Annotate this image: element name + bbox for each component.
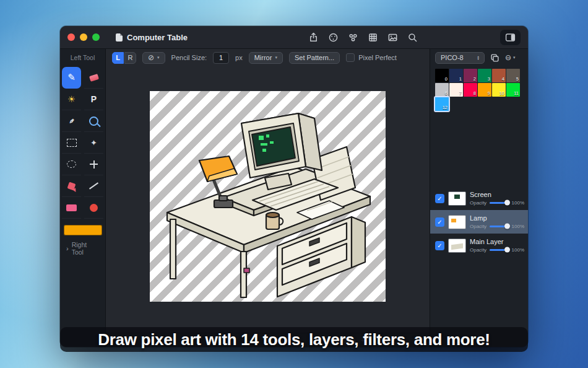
- mirror-dropdown[interactable]: Mirror ▾: [249, 52, 283, 64]
- minimize-button[interactable]: [80, 33, 87, 41]
- tool-move[interactable]: [84, 154, 103, 175]
- opacity-slider[interactable]: [490, 226, 508, 227]
- fullscreen-button[interactable]: [92, 33, 100, 41]
- symmetry-button[interactable]: [347, 32, 359, 43]
- tool-lasso[interactable]: [62, 154, 81, 175]
- remove-color-dropdown[interactable]: ⊖ ▾: [505, 54, 516, 61]
- sidebar-toggle-button[interactable]: [500, 30, 521, 45]
- tool-eyedropper[interactable]: ✒: [62, 110, 81, 132]
- palette-button[interactable]: [327, 32, 339, 43]
- share-button[interactable]: [308, 32, 319, 43]
- palette-swatch-4[interactable]: 4: [492, 69, 506, 82]
- search-button[interactable]: [407, 32, 418, 43]
- tool-options-bar: L R ⊘ ▾ Pencil Size: px Mirror ▾: [106, 49, 430, 66]
- left-tool-panel: Left Tool ✎☀P✒✦ › Right Tool: [60, 49, 106, 347]
- swatch-number: 7: [459, 90, 462, 96]
- palette-swatch-2[interactable]: 2: [464, 69, 477, 82]
- lasso-icon: [67, 160, 76, 168]
- tool-zoom[interactable]: [84, 110, 103, 132]
- opacity-slider[interactable]: [490, 249, 508, 251]
- symmetry-icon: [348, 32, 358, 43]
- palette-swatch-6[interactable]: 6: [435, 83, 449, 97]
- set-pattern-button[interactable]: Set Pattern...: [289, 52, 340, 64]
- current-color-well[interactable]: [64, 225, 102, 235]
- right-mouse-segment[interactable]: R: [124, 52, 136, 64]
- layer-thumbnail: [448, 239, 466, 253]
- copy-icon: [490, 53, 499, 63]
- symmetry-mode-dropdown[interactable]: ⊘ ▾: [142, 52, 165, 64]
- palette-swatch-0[interactable]: 0: [435, 69, 449, 82]
- tool-lighten[interactable]: ☀: [62, 89, 81, 110]
- ellipse-icon: [90, 204, 98, 212]
- canvas-panel: L R ⊘ ▾ Pencil Size: px Mirror ▾: [106, 49, 430, 347]
- tool-pencil[interactable]: ✎: [62, 67, 81, 89]
- grid-button[interactable]: [367, 32, 379, 43]
- pencil-size-input[interactable]: [213, 52, 229, 64]
- layer-row-screen[interactable]: ✓ScreenOpacity100%: [430, 186, 528, 210]
- opacity-label: Opacity: [470, 224, 486, 229]
- left-mouse-segment[interactable]: L: [112, 52, 124, 64]
- palette-swatch-8[interactable]: 8: [464, 83, 477, 97]
- tool-select[interactable]: [62, 132, 81, 154]
- opacity-label: Opacity: [470, 200, 486, 206]
- tool-line[interactable]: [84, 175, 103, 197]
- titlebar-toolbar: [308, 32, 418, 43]
- palette-swatch-11[interactable]: 11: [506, 83, 520, 97]
- tool-ellipse[interactable]: [84, 197, 103, 219]
- palette-icon: [328, 32, 339, 43]
- swatch-number: 3: [488, 76, 490, 82]
- tool-eraser[interactable]: [84, 67, 103, 89]
- palette-swatch-5[interactable]: 5: [506, 69, 520, 82]
- no-symmetry-icon: ⊘: [148, 54, 154, 61]
- desktop-background: Computer Table: [0, 0, 588, 368]
- layer-visibility-checkbox[interactable]: ✓: [435, 217, 444, 227]
- pencil-icon: ✎: [67, 72, 76, 83]
- right-tool-disclosure[interactable]: › Right Tool: [60, 235, 105, 261]
- line-icon: [89, 182, 98, 189]
- eyedropper-icon: ✒: [66, 115, 77, 126]
- pixel-canvas[interactable]: [150, 91, 386, 302]
- layer-visibility-checkbox[interactable]: ✓: [435, 241, 444, 250]
- mouse-button-segmented-control: L R: [112, 52, 136, 64]
- tool-rectangle[interactable]: [62, 197, 81, 219]
- pencil-size-label: Pencil Size:: [171, 54, 207, 61]
- document-title-group: Computer Table: [116, 33, 188, 42]
- pixel-perfect-checkbox[interactable]: [346, 53, 355, 62]
- palette-swatch-9[interactable]: 9: [478, 83, 491, 97]
- palette-swatch-7[interactable]: 7: [449, 83, 463, 97]
- palette-swatch-12[interactable]: 12: [435, 97, 449, 111]
- palette-name: PICO-8: [441, 54, 464, 61]
- tool-wand[interactable]: ✦: [84, 132, 103, 154]
- swatch-number: 2: [473, 76, 476, 82]
- close-button[interactable]: [67, 33, 75, 41]
- duplicate-palette-button[interactable]: [489, 52, 501, 64]
- window-title: Computer Table: [127, 33, 188, 42]
- swatch-number: 6: [445, 90, 447, 96]
- chevron-right-icon: ›: [66, 245, 69, 252]
- window-content: Left Tool ✎☀P✒✦ › Right Tool L R ⊘: [60, 49, 528, 347]
- right-sidebar: PICO-8 ▴▾ ⊖ ▾ 0123456: [430, 49, 528, 347]
- tool-fill[interactable]: [62, 175, 81, 197]
- opacity-slider-thumb[interactable]: [504, 200, 510, 206]
- opacity-slider-thumb[interactable]: [504, 247, 510, 253]
- swatch-number: 12: [443, 105, 447, 110]
- palette-swatch-3[interactable]: 3: [478, 69, 491, 82]
- image-icon: [387, 32, 398, 43]
- layer-row-main-layer[interactable]: ✓Main LayerOpacity100%: [430, 234, 528, 257]
- swatch-number: 9: [488, 90, 490, 96]
- layer-thumbnail: [448, 191, 466, 206]
- palette-swatch-1[interactable]: 1: [449, 69, 463, 82]
- opacity-slider-thumb[interactable]: [504, 224, 510, 229]
- layer-name: Main Layer: [470, 239, 524, 245]
- tool-text[interactable]: P: [84, 89, 103, 110]
- image-button[interactable]: [387, 32, 399, 43]
- traffic-lights: [67, 33, 100, 41]
- palette-swatch-10[interactable]: 10: [492, 83, 506, 97]
- minus-circle-icon: ⊖: [505, 54, 511, 61]
- set-pattern-label: Set Pattern...: [295, 54, 334, 61]
- layer-visibility-checkbox[interactable]: ✓: [435, 194, 444, 203]
- palette-select[interactable]: PICO-8 ▴▾: [435, 52, 485, 64]
- opacity-slider[interactable]: [490, 202, 508, 204]
- text-icon: P: [91, 94, 97, 104]
- layer-row-lamp[interactable]: ✓LampOpacity100%: [430, 210, 528, 234]
